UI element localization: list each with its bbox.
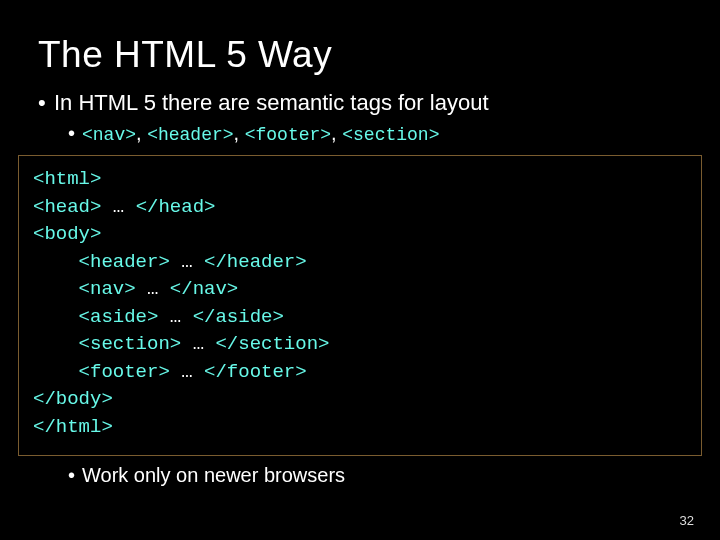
code-line: </html> [33,416,113,438]
code-ellipsis: … [158,306,192,328]
code-ellipsis: … [170,251,204,273]
tag-footer: <footer> [245,125,331,145]
bullet-tag-list: <nav>, <header>, <footer>, <section> [68,122,682,145]
code-line: <head> [33,196,101,218]
code-line: </footer> [204,361,307,383]
tag-section: <section> [342,125,439,145]
bullet-semantic-tags: In HTML 5 there are semantic tags for la… [38,90,682,116]
code-ellipsis: … [136,278,170,300]
code-line: </aside> [193,306,284,328]
code-example: <html> <head> … </head> <body> <header> … [18,155,702,456]
code-ellipsis: … [170,361,204,383]
code-line: <header> [33,251,170,273]
slide-title: The HTML 5 Way [38,34,682,76]
code-line: </body> [33,388,113,410]
code-line: <section> [33,333,181,355]
code-line: <aside> [33,306,158,328]
tag-nav: <nav> [82,125,136,145]
code-line: </header> [204,251,307,273]
code-ellipsis: … [181,333,215,355]
code-line: </head> [136,196,216,218]
tag-header: <header> [147,125,233,145]
code-line: </section> [215,333,329,355]
code-line: <body> [33,223,101,245]
bullet-browser-note: Work only on newer browsers [68,464,682,487]
code-line: </nav> [170,278,238,300]
slide: The HTML 5 Way In HTML 5 there are seman… [0,0,720,540]
code-line: <nav> [33,278,136,300]
code-line: <html> [33,168,101,190]
code-line: <footer> [33,361,170,383]
page-number: 32 [680,513,694,528]
code-ellipsis: … [101,196,135,218]
